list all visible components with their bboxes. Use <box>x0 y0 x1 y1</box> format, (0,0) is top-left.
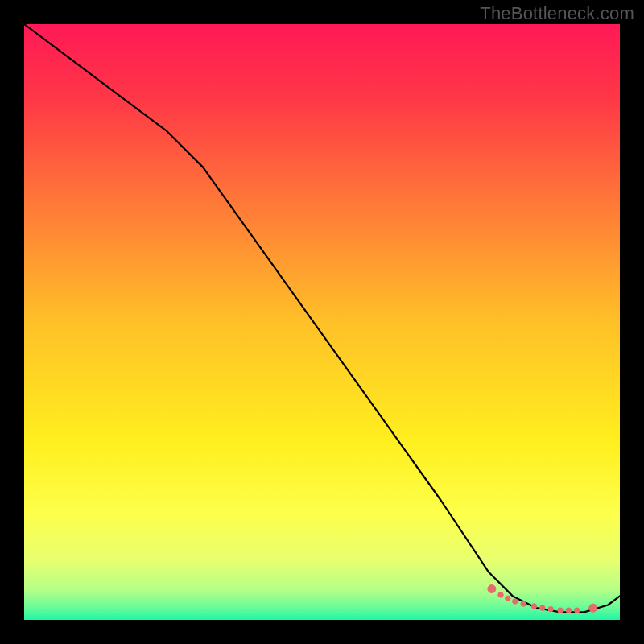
marker-point <box>506 596 510 601</box>
chart-svg <box>24 24 620 620</box>
gradient-background <box>24 24 620 620</box>
marker-point <box>498 592 503 597</box>
marker-point <box>575 608 580 613</box>
marker-point <box>558 608 563 613</box>
marker-point <box>521 601 526 606</box>
marker-point <box>488 585 496 593</box>
chart-frame: TheBottleneck.com <box>0 0 644 644</box>
marker-point <box>540 605 545 610</box>
watermark-text: TheBottleneck.com <box>480 3 634 24</box>
marker-point <box>566 608 571 613</box>
marker-point <box>531 604 536 609</box>
marker-point <box>513 599 518 604</box>
marker-point <box>589 604 597 612</box>
marker-point <box>548 606 553 611</box>
plot-area <box>24 24 620 620</box>
